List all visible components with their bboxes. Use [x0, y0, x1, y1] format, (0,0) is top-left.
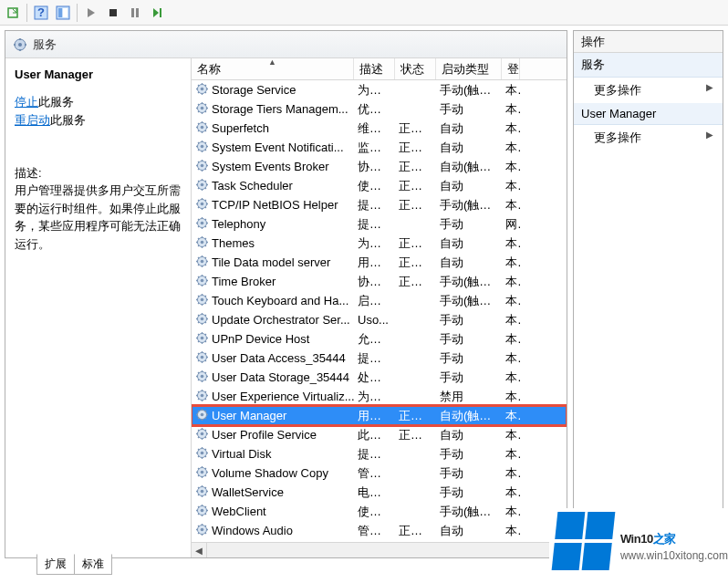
col-name[interactable]: 名称▲	[192, 58, 354, 79]
service-desc-cell: 提供...	[354, 216, 395, 233]
service-row[interactable]: Time Broker协调...正在...手动(触发...本	[192, 272, 567, 291]
service-start-cell: 手动(触发...	[436, 274, 502, 290]
svg-line-137	[205, 296, 206, 297]
restart-service-line: 重启动此服务	[15, 112, 182, 129]
svg-line-55	[205, 149, 206, 150]
col-logon[interactable]: 登	[502, 58, 520, 79]
service-row[interactable]: Storage Tiers Managem...优化...手动本	[192, 99, 567, 119]
service-desc-cell: Uso...	[354, 313, 395, 327]
svg-line-144	[198, 315, 199, 316]
services-pane: 服务 User Manager 停止此服务 重启动此服务 描述: 用户管理器提供…	[5, 30, 567, 558]
gear-icon	[195, 370, 212, 386]
watermark-url: www.win10xitong.com	[620, 549, 728, 562]
svg-line-36	[198, 110, 199, 111]
svg-line-34	[198, 104, 199, 105]
stop-link[interactable]: 停止	[15, 95, 38, 109]
actions-pane: 操作 服务 更多操作▶ User Manager 更多操作▶	[573, 30, 723, 558]
more-actions-1[interactable]: 更多操作▶	[574, 78, 723, 103]
svg-point-149	[201, 336, 204, 339]
h-scrollbar[interactable]: ◄	[192, 542, 567, 557]
service-row[interactable]: Telephony提供...手动网	[192, 214, 567, 234]
export-icon[interactable]	[3, 3, 23, 23]
svg-line-157	[205, 334, 206, 335]
svg-line-165	[205, 359, 206, 360]
service-row[interactable]: User Profile Service此服...正在...自动本	[192, 425, 567, 444]
restart-link[interactable]: 重启动	[15, 113, 50, 127]
service-desc-cell: 为存...	[354, 82, 395, 99]
col-status[interactable]: 状态	[395, 58, 436, 79]
service-desc-cell: 提供...	[354, 446, 395, 463]
svg-point-19	[201, 87, 204, 90]
service-row[interactable]: Windows Audio管理...正在...自动本	[192, 521, 567, 540]
service-name-cell: User Profile Service	[192, 427, 354, 443]
gear-icon	[195, 197, 212, 213]
svg-line-114	[198, 257, 199, 258]
list-header: 名称▲ 描述 状态 启动类型 登	[192, 58, 567, 80]
service-name-cell: TCP/IP NetBIOS Helper	[192, 197, 354, 213]
play-icon[interactable]	[81, 3, 101, 23]
svg-line-124	[198, 276, 199, 277]
service-row[interactable]: Tile Data model server用于...正在...自动本	[192, 253, 567, 272]
service-row[interactable]: Storage Service为存...手动(触发...本	[192, 80, 567, 99]
service-row[interactable]: TCP/IP NetBIOS Helper提供...正在...手动(触发...本	[192, 195, 567, 214]
svg-point-89	[201, 221, 204, 224]
more-actions-2[interactable]: 更多操作▶	[574, 125, 723, 151]
svg-line-254	[198, 526, 199, 526]
service-desc-cell: 管理...	[354, 523, 395, 539]
svg-line-186	[198, 398, 199, 399]
help-icon[interactable]: ?	[31, 3, 51, 23]
service-row[interactable]: User Experience Virtualiz...为应...禁用本	[192, 387, 567, 406]
service-logon-cell: 本	[502, 389, 520, 405]
service-row[interactable]: Themes为用...正在...自动本	[192, 234, 567, 253]
service-status-cell: 正在...	[395, 408, 436, 424]
svg-point-79	[201, 202, 204, 205]
service-row[interactable]: WalletService电子...手动本	[192, 483, 567, 502]
service-row[interactable]: System Event Notificati...监视...正在...自动本	[192, 138, 567, 157]
svg-line-85	[205, 206, 206, 207]
service-row[interactable]: Task Scheduler使用...正在...自动本	[192, 176, 567, 195]
service-row[interactable]: User Manager用户...正在...自动(触发...本	[192, 406, 567, 425]
service-row[interactable]: Update Orchestrator Ser...Uso...手动本	[192, 310, 567, 329]
svg-line-105	[205, 245, 206, 245]
service-logon-cell: 本	[502, 408, 520, 424]
service-row[interactable]: Volume Shadow Copy管理...手动本	[192, 463, 567, 483]
tab-standard[interactable]: 标准	[74, 554, 112, 575]
restart-icon[interactable]	[147, 3, 167, 23]
svg-line-217	[205, 449, 206, 450]
gear-icon	[195, 101, 212, 118]
service-logon-cell: 本	[502, 523, 520, 539]
gear-icon	[195, 120, 212, 137]
svg-line-104	[198, 238, 199, 239]
svg-rect-7	[109, 9, 117, 16]
stop-icon[interactable]	[103, 3, 123, 23]
list-rows[interactable]: Storage Service为存...手动(触发...本Storage Tie…	[192, 80, 567, 542]
service-row[interactable]: Superfetch维护...正在...自动本	[192, 119, 567, 138]
service-logon-cell: 本	[502, 82, 520, 99]
col-desc[interactable]: 描述	[354, 58, 395, 79]
gear-icon	[195, 446, 212, 463]
service-row[interactable]: System Events Broker协调...正在...自动(触发...本	[192, 157, 567, 176]
service-row[interactable]: UPnP Device Host允许...手动本	[192, 329, 567, 349]
svg-line-184	[198, 391, 199, 392]
tab-extended[interactable]: 扩展	[36, 554, 75, 575]
service-row[interactable]: WebClient使基...手动(触发...本	[192, 502, 567, 521]
svg-line-155	[205, 340, 206, 341]
pause-icon[interactable]	[125, 3, 145, 23]
view-icon[interactable]	[53, 3, 73, 23]
service-row[interactable]: Touch Keyboard and Ha...启用...手动(触发...本	[192, 291, 567, 310]
svg-line-67	[205, 161, 206, 162]
gear-icon	[195, 293, 212, 309]
col-start[interactable]: 启动类型	[436, 58, 502, 79]
svg-text:?: ?	[37, 5, 45, 19]
service-desc-cell: 用于...	[354, 255, 395, 271]
svg-rect-5	[63, 8, 68, 17]
service-status-cell: 正在...	[395, 140, 436, 156]
service-start-cell: 手动	[436, 350, 502, 367]
service-name-cell: Update Orchestrator Ser...	[192, 312, 354, 328]
service-row[interactable]: User Data Storage_35444处理...手动本	[192, 368, 567, 387]
service-row[interactable]: Virtual Disk提供...手动本	[192, 444, 567, 463]
service-row[interactable]: User Data Access_35444提供...手动本	[192, 349, 567, 368]
svg-line-64	[198, 161, 199, 162]
svg-point-49	[201, 144, 204, 148]
service-start-cell: 手动	[436, 312, 502, 328]
